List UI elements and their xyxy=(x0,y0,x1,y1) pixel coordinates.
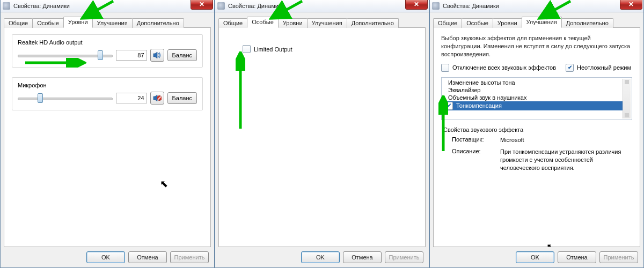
tab-levels[interactable]: Уровни xyxy=(493,18,522,28)
provider-value: Microsoft xyxy=(500,136,629,144)
effect-item-pitch[interactable]: Изменение высоты тона xyxy=(443,79,631,86)
ok-button[interactable]: OK xyxy=(301,251,340,263)
level-mic: Микрофон xyxy=(12,77,203,110)
immediate-mode-label: Неотложный режим xyxy=(577,64,631,71)
tab-levels[interactable]: Уровни xyxy=(63,17,93,28)
window-title: Свойства: Динамики xyxy=(13,3,70,9)
mouse-cursor-icon: ⬉ xyxy=(546,241,554,247)
close-button[interactable]: ✕ xyxy=(191,0,213,10)
tab-enhancements[interactable]: Улучшения xyxy=(522,17,562,28)
apply-button[interactable]: Применить xyxy=(599,251,638,263)
provider-label: Поставщик: xyxy=(452,136,495,144)
svg-marker-1 xyxy=(153,95,157,101)
titlebar[interactable]: Свойства: Динамики ✕ xyxy=(1,0,214,12)
volume-slider-speaker[interactable] xyxy=(18,50,113,60)
limited-output-checkbox[interactable]: Limited Output xyxy=(243,45,418,53)
description-value: При тонкомпенсации устраняются различия … xyxy=(500,148,629,172)
immediate-mode-checkbox[interactable]: Неотложный режим xyxy=(566,64,631,72)
window-levels: Свойства: Динамики ✕ Общие Особые Уровни… xyxy=(0,0,215,268)
tab-levels[interactable]: Уровни xyxy=(278,18,308,28)
tab-advanced[interactable]: Дополнительно xyxy=(561,18,613,28)
panel-custom: Limited Output xyxy=(218,28,426,247)
disable-all-effects-checkbox[interactable]: Отключение всех звуковых эффектов xyxy=(441,64,556,72)
titlebar[interactable]: Свойства: Динамики ✕ xyxy=(215,0,429,12)
apply-button[interactable]: Применить xyxy=(170,251,209,263)
titlebar[interactable]: Свойства: Динамики ✕ xyxy=(430,0,643,12)
ok-button[interactable]: OK xyxy=(516,251,554,263)
tab-enhancements[interactable]: Улучшения xyxy=(92,18,133,28)
svg-marker-0 xyxy=(153,52,157,58)
cancel-button[interactable]: Отмена xyxy=(558,251,596,263)
mic-muted-icon[interactable] xyxy=(150,92,164,105)
effect-label: Объемный звук в наушниках xyxy=(448,94,526,101)
app-icon xyxy=(217,2,225,10)
effect-item-loudness[interactable]: Тонкомпенсация xyxy=(443,101,631,110)
level-label-mic: Микрофон xyxy=(18,82,197,88)
tab-custom[interactable]: Особые xyxy=(462,18,493,28)
panel-levels: Realtek HD Audio output xyxy=(4,28,211,247)
tab-general[interactable]: Общие xyxy=(218,18,247,28)
app-icon xyxy=(3,2,10,10)
tab-general[interactable]: Общие xyxy=(4,18,33,28)
panel-enhancements: Выбор звуковых эффектов для применения к… xyxy=(433,28,640,247)
effect-item-equalizer[interactable]: Эквалайзер xyxy=(443,86,631,94)
effect-label: Эквалайзер xyxy=(448,87,480,93)
effect-item-headphone-virt[interactable]: Объемный звук в наушниках xyxy=(443,94,631,101)
window-title: Свойства: Динамики xyxy=(443,3,499,9)
cancel-button[interactable]: Отмена xyxy=(128,251,167,263)
tab-custom[interactable]: Особые xyxy=(247,17,279,28)
tab-general[interactable]: Общие xyxy=(433,18,462,28)
volume-slider-mic[interactable] xyxy=(18,93,113,103)
app-icon xyxy=(432,2,440,10)
window-title: Свойства: Динамики xyxy=(228,3,284,9)
close-button[interactable]: ✕ xyxy=(405,0,428,10)
volume-value-mic[interactable] xyxy=(116,93,147,103)
description-label: Описание: xyxy=(452,148,495,172)
balance-button-speaker[interactable]: Баланс xyxy=(167,49,197,61)
balance-button-mic[interactable]: Баланс xyxy=(167,92,197,104)
effect-label: Изменение высоты тона xyxy=(448,79,515,86)
disable-all-label: Отключение всех звуковых эффектов xyxy=(452,64,556,71)
effects-listbox[interactable]: Изменение высоты тона Эквалайзер Объемны… xyxy=(441,77,632,120)
scrollbar[interactable] xyxy=(623,79,631,118)
volume-value-speaker[interactable] xyxy=(116,50,147,61)
tabbar: Общие Особые Уровни Улучшения Дополнител… xyxy=(218,16,426,28)
level-label-speaker: Realtek HD Audio output xyxy=(18,39,197,46)
effect-props-title: Свойства звукового эффекта xyxy=(443,126,632,133)
tab-custom[interactable]: Особые xyxy=(32,18,64,28)
apply-button[interactable]: Применить xyxy=(385,251,423,263)
tabbar: Общие Особые Уровни Улучшения Дополнител… xyxy=(4,16,211,28)
window-enhancements: Свойства: Динамики ✕ Общие Особые Уровни… xyxy=(429,0,644,268)
limited-output-label: Limited Output xyxy=(254,46,292,53)
close-button[interactable]: ✕ xyxy=(620,0,642,10)
cancel-button[interactable]: Отмена xyxy=(343,251,382,263)
effect-label: Тонкомпенсация xyxy=(456,102,502,109)
tab-advanced[interactable]: Дополнительно xyxy=(132,18,184,28)
window-custom: Свойства: Динамики ✕ Общие Особые Уровни… xyxy=(215,0,429,268)
ok-button[interactable]: OK xyxy=(86,251,125,263)
speaker-icon[interactable] xyxy=(150,49,164,62)
mouse-cursor-icon: ⬉ xyxy=(160,178,168,190)
tabbar: Общие Особые Уровни Улучшения Дополнител… xyxy=(433,16,640,28)
enh-description: Выбор звуковых эффектов для применения к… xyxy=(441,34,632,58)
tab-advanced[interactable]: Дополнительно xyxy=(347,18,399,28)
tab-enhancements[interactable]: Улучшения xyxy=(307,18,347,28)
level-speaker: Realtek HD Audio output xyxy=(12,34,203,68)
